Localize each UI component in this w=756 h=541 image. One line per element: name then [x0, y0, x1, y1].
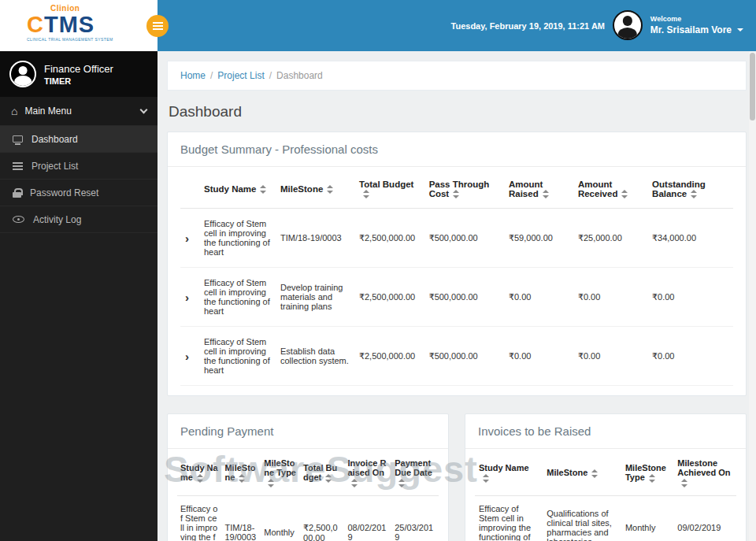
cell-study-name: Efficacy of Stem cell in improving the f…	[177, 496, 221, 541]
cell-milestone-type: Monthly	[261, 496, 300, 541]
column-header-study-name[interactable]: Study Name	[177, 450, 221, 495]
cell-payment-due-date: 25/03/2019	[391, 496, 439, 541]
menu-item-label: Activity Log	[33, 214, 81, 225]
user-dropdown[interactable]: Welcome Mr. Srisailam Vore	[613, 10, 743, 40]
column-header-milestone[interactable]: MileStone	[221, 450, 261, 495]
column-header-milestone[interactable]: MileStone	[543, 450, 621, 495]
sidebar-item-password-reset[interactable]: Password Reset	[0, 180, 158, 206]
column-label: MileStone Type	[264, 458, 296, 477]
list-icon	[13, 162, 23, 170]
budget-summary-body: Study Name MileStone Total Budget Pass T…	[168, 167, 746, 395]
cell-study-name: Efficacy of Stem cell in improving the f…	[475, 496, 543, 541]
column-header-total-budget[interactable]: Total Budget	[300, 450, 344, 495]
sort-icon	[681, 479, 687, 487]
column-label: Amount Received	[578, 180, 618, 198]
cell-total-budget: ₹2,500,000.00	[354, 209, 424, 268]
column-header-outstanding-balance[interactable]: Outstanding Balance	[647, 170, 733, 209]
sidebar-item-dashboard[interactable]: Dashboard	[0, 126, 158, 153]
sidebar-item-activity-log[interactable]: Activity Log	[0, 206, 158, 233]
table-header-row: Study Name MileStone Total Budget Pass T…	[180, 170, 733, 209]
cell-pass-through-cost: ₹500,000.00	[424, 209, 504, 268]
column-header-milestone-type[interactable]: MileStone Type	[621, 450, 673, 495]
cell-pass-through-cost: ₹500,000.00	[424, 327, 504, 386]
sidebar-avatar-icon	[9, 61, 36, 87]
breadcrumb-project-list-link[interactable]: Project List	[217, 70, 264, 81]
column-label: Total Budget	[359, 180, 413, 189]
sort-icon	[649, 474, 655, 483]
cell-milestone: TIM/18-19/0003	[276, 209, 354, 268]
budget-summary-card: Budget Summary - Professional costs Stud…	[167, 132, 747, 396]
column-header-study-name[interactable]: Study Name	[199, 170, 276, 209]
cell-milestone-type: Monthly	[621, 496, 673, 541]
cell-pass-through-cost: ₹500,000.00	[424, 268, 504, 327]
table-row: › Efficacy of Stem cell in improving the…	[180, 209, 733, 268]
vertical-scrollbar[interactable]	[749, 51, 756, 541]
expand-row-icon[interactable]: ›	[185, 291, 189, 304]
column-label: Outstanding Balance	[652, 180, 706, 198]
menu-item-label: Password Reset	[30, 187, 98, 198]
column-label: Milestone Achieved On	[677, 458, 730, 477]
table-row: Efficacy of Stem cell in improving the f…	[177, 496, 439, 541]
column-header-amount-received[interactable]: Amount Received	[573, 170, 647, 209]
table-header-row: Study Name MileStone MileStone Type Mile…	[475, 450, 736, 495]
column-header-amount-raised[interactable]: Amount Raised	[504, 170, 573, 209]
column-header-total-budget[interactable]: Total Budget	[354, 170, 424, 209]
column-header-milestone-achieved-on[interactable]: Milestone Achieved On	[673, 450, 736, 495]
column-label: Amount Raised	[509, 180, 543, 198]
cell-amount-raised: ₹59,000.00	[504, 209, 573, 268]
column-label: Payment Due Date	[395, 458, 432, 477]
sort-icon	[591, 469, 598, 478]
table-row: Efficacy of Stem cell in improving the f…	[475, 496, 736, 541]
table-header-row: Study Name MileStone MileStone Type Tota…	[177, 450, 439, 495]
column-label: Total Budget	[303, 463, 337, 482]
welcome-label: Welcome	[650, 15, 743, 23]
budget-summary-table: Study Name MileStone Total Budget Pass T…	[180, 170, 733, 386]
user-role: Finance Officer	[44, 63, 113, 75]
sidebar-user-text: Finance Officer TIMER	[44, 63, 113, 86]
datetime-text: Tuesday, February 19, 2019, 11:21 AM	[451, 21, 605, 31]
sort-icon	[327, 185, 333, 194]
column-header-milestone[interactable]: MileStone	[276, 170, 354, 209]
column-header-study-name[interactable]: Study Name	[475, 450, 543, 495]
sidebar-item-project-list[interactable]: Project List	[0, 153, 158, 180]
user-avatar-icon	[613, 10, 643, 40]
invoices-to-be-raised-body: Study Name MileStone MileStone Type Mile…	[465, 449, 746, 541]
sort-icon	[691, 190, 697, 198]
expand-row-icon[interactable]: ›	[185, 232, 189, 245]
column-header-payment-due-date[interactable]: Payment Due Date	[391, 450, 439, 495]
invoices-to-be-raised-title: Invoices to be Raised	[465, 414, 746, 449]
eye-icon	[13, 216, 24, 223]
column-header-invoice-raised-on[interactable]: Invoice Raised On	[344, 450, 391, 495]
cell-milestone: Develop training materials and training …	[276, 268, 354, 327]
chevron-down-icon	[140, 106, 148, 113]
sidebar: Finance Officer TIMER ⌂ Main Menu Dashbo…	[0, 51, 158, 541]
expand-row-icon[interactable]: ›	[185, 350, 189, 363]
sort-icon	[239, 474, 245, 483]
cell-outstanding-balance: ₹0.00	[647, 327, 733, 386]
sort-icon	[621, 190, 628, 198]
main-content: Home / Project List / Dashboard Dashboar…	[158, 51, 756, 541]
menu-item-label: Dashboard	[32, 134, 78, 145]
cell-total-budget: ₹2,500,000.00	[354, 268, 424, 327]
pending-payment-body: Study Name MileStone MileStone Type Tota…	[168, 449, 448, 541]
column-label: Study Name	[204, 184, 256, 194]
cell-invoice-raised-on: 08/02/2019	[344, 496, 391, 541]
chevron-down-icon	[737, 28, 743, 31]
breadcrumb-home-link[interactable]: Home	[180, 70, 206, 81]
scrollbar-thumb[interactable]	[750, 53, 755, 120]
cell-milestone-achieved-on: 09/02/2019	[673, 496, 736, 541]
main-menu-toggle[interactable]: ⌂ Main Menu	[0, 97, 158, 126]
pending-payment-table: Study Name MileStone MileStone Type Tota…	[177, 450, 439, 541]
breadcrumb-separator: /	[269, 70, 272, 81]
column-header-pass-through-cost[interactable]: Pass Through Cost	[424, 170, 504, 209]
main-menu-label: Main Menu	[24, 106, 71, 117]
column-header-milestone-type[interactable]: MileStone Type	[261, 450, 300, 495]
dashboard-icon	[13, 135, 23, 143]
sidebar-nav: Dashboard Project List Password Reset Ac…	[0, 126, 158, 233]
sort-icon	[268, 479, 274, 487]
pending-payment-title: Pending Payment	[168, 414, 448, 449]
sort-icon	[483, 474, 489, 483]
hamburger-menu-button[interactable]	[146, 15, 169, 37]
sort-icon	[325, 474, 332, 483]
cell-amount-raised: ₹0.00	[504, 268, 573, 327]
